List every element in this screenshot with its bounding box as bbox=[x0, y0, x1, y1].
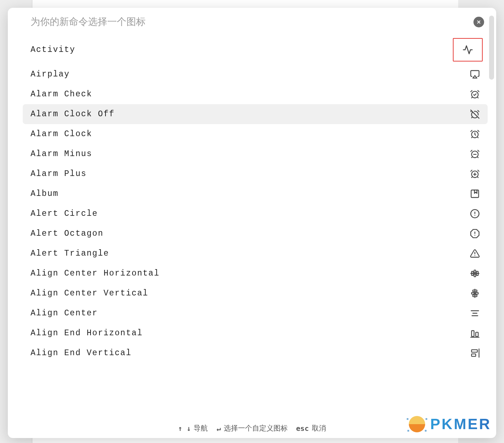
icon-item-align-center-vertical[interactable]: Align Center Vertical bbox=[23, 283, 488, 303]
icon-item-align-center-horizontal[interactable]: Align Center Horizontal bbox=[23, 263, 488, 283]
airplay-icon bbox=[470, 69, 480, 79]
icon-item-label: Airplay bbox=[31, 70, 470, 79]
icon-item-alert-triangle[interactable]: Alert Triangle bbox=[23, 244, 488, 263]
search-input[interactable] bbox=[31, 16, 469, 27]
icon-item-label: Alert Triangle bbox=[31, 249, 470, 258]
icon-item-label: Album bbox=[31, 189, 470, 198]
icon-item-label: Alarm Plus bbox=[31, 169, 470, 178]
align-end-vertical-icon bbox=[470, 348, 480, 358]
icon-item-label: Alert Octagon bbox=[31, 229, 470, 238]
scrollbar[interactable] bbox=[489, 16, 494, 80]
close-icon bbox=[476, 19, 482, 25]
icon-item-alert-circle[interactable]: Alert Circle bbox=[23, 204, 488, 224]
icon-item-alarm-clock-off[interactable]: Alarm Clock Off bbox=[23, 104, 488, 124]
icon-item-alert-octagon[interactable]: Alert Octagon bbox=[23, 224, 488, 244]
alarm-clock-off-icon bbox=[470, 109, 480, 119]
nav-label: 导航 bbox=[194, 423, 208, 433]
alarm-clock-icon bbox=[470, 129, 480, 139]
footer-hints: ↑ ↓ 导航 ↵ 选择一个自定义图标 esc 取消 bbox=[8, 420, 496, 438]
alarm-minus-icon bbox=[470, 149, 480, 159]
alarm-plus-icon bbox=[470, 169, 480, 179]
enter-key: ↵ bbox=[216, 424, 221, 433]
icon-item-label: Align End Vertical bbox=[31, 348, 470, 358]
icon-item-label: Align Center Vertical bbox=[31, 289, 470, 298]
align-center-horizontal-icon bbox=[470, 268, 480, 278]
icon-item-alarm-clock[interactable]: Alarm Clock bbox=[23, 124, 488, 144]
icon-list[interactable]: ActivityAirplayAlarm CheckAlarm Clock Of… bbox=[8, 35, 496, 420]
icon-item-align-end-vertical[interactable]: Align End Vertical bbox=[23, 343, 488, 363]
alarm-check-icon bbox=[470, 89, 480, 99]
icon-item-label: Align Center Horizontal bbox=[31, 269, 470, 278]
icon-item-label: Alarm Check bbox=[31, 90, 470, 99]
icon-item-alarm-minus[interactable]: Alarm Minus bbox=[23, 144, 488, 164]
icon-item-label: Align Center bbox=[31, 309, 470, 318]
alert-octagon-icon bbox=[470, 229, 480, 239]
icon-item-activity[interactable]: Activity bbox=[23, 35, 488, 64]
align-center-icon bbox=[470, 308, 480, 318]
esc-label: 取消 bbox=[312, 423, 326, 433]
icon-item-album[interactable]: Album bbox=[23, 184, 488, 204]
icon-item-label: Alarm Minus bbox=[31, 149, 470, 159]
close-button[interactable] bbox=[473, 17, 484, 27]
icon-item-label: Alert Circle bbox=[31, 209, 470, 218]
icon-item-label: Activity bbox=[31, 45, 453, 54]
icon-item-alarm-plus[interactable]: Alarm Plus bbox=[23, 164, 488, 184]
alert-circle-icon bbox=[470, 209, 480, 219]
modal-header bbox=[8, 8, 496, 35]
icon-item-label: Alarm Clock bbox=[31, 129, 470, 139]
align-end-horizontal-icon bbox=[470, 328, 480, 338]
album-icon bbox=[470, 189, 480, 199]
enter-label: 选择一个自定义图标 bbox=[224, 423, 288, 433]
alert-triangle-icon bbox=[470, 249, 480, 258]
activity-icon bbox=[453, 38, 483, 62]
icon-item-align-end-horizontal[interactable]: Align End Horizontal bbox=[23, 323, 488, 343]
icon-item-label: Alarm Clock Off bbox=[31, 110, 470, 119]
icon-item-label: Align End Horizontal bbox=[31, 329, 470, 338]
nav-keys: ↑ ↓ bbox=[178, 424, 191, 433]
icon-item-airplay[interactable]: Airplay bbox=[23, 64, 488, 84]
icon-picker-modal: ActivityAirplayAlarm CheckAlarm Clock Of… bbox=[8, 8, 496, 438]
esc-key: esc bbox=[296, 424, 309, 433]
align-center-vertical-icon bbox=[470, 288, 480, 298]
icon-item-alarm-check[interactable]: Alarm Check bbox=[23, 84, 488, 104]
icon-item-align-center[interactable]: Align Center bbox=[23, 303, 488, 323]
